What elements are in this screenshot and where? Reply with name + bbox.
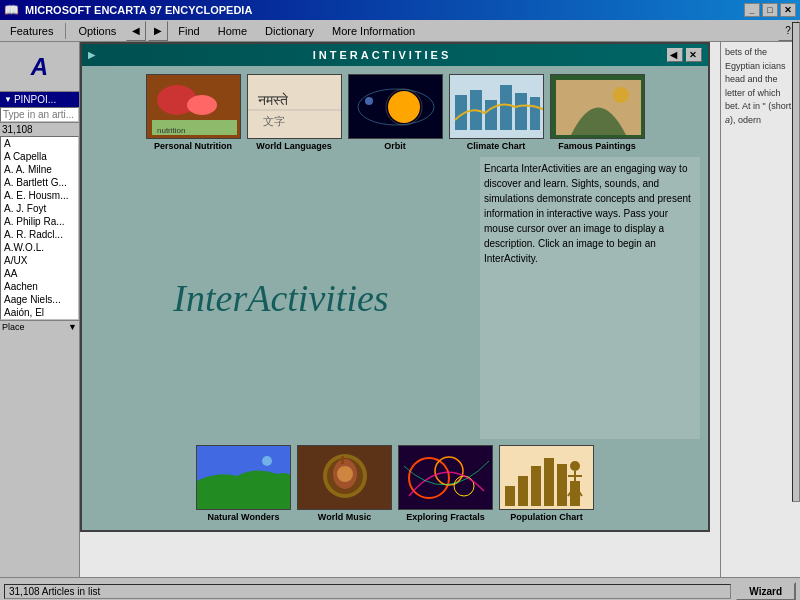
- list-item[interactable]: A. Bartlett G...: [1, 176, 78, 189]
- svg-rect-25: [197, 481, 291, 510]
- bottom-images-row: Natural Wonders: [90, 445, 700, 522]
- svg-text:nutrition: nutrition: [157, 126, 185, 135]
- menu-find[interactable]: Find: [170, 21, 207, 41]
- scrollbar[interactable]: [792, 42, 800, 502]
- svg-rect-39: [518, 476, 528, 506]
- svg-rect-18: [500, 85, 512, 130]
- natural-wonders-thumb: [196, 445, 291, 510]
- ia-item-climate-chart[interactable]: Climate Chart: [449, 74, 544, 151]
- content-panel: ▶ INTERACTIVITIES ◀ ✕: [80, 42, 720, 577]
- menu-features[interactable]: Features: [2, 21, 61, 41]
- status-bar: 31,108 Articles in list Wizard: [0, 577, 800, 600]
- menu-options[interactable]: Options: [70, 21, 124, 41]
- nav-back-button[interactable]: ◀: [126, 21, 146, 41]
- list-item[interactable]: A. E. Housm...: [1, 189, 78, 202]
- app-title: MICROSOFT ENCARTA 97 ENCYCLOPEDIA: [25, 4, 252, 16]
- article-count: 31,108: [0, 122, 79, 136]
- ia-window-title: INTERACTIVITIES: [313, 49, 452, 61]
- list-item[interactable]: AA: [1, 267, 78, 280]
- menu-more-info[interactable]: More Information: [324, 21, 423, 41]
- pinpoint-header: ▼ PINPOI...: [0, 92, 79, 107]
- ia-close-button[interactable]: ✕: [686, 48, 702, 62]
- maximize-button[interactable]: □: [762, 3, 778, 17]
- svg-point-26: [262, 456, 272, 466]
- svg-rect-38: [505, 486, 515, 506]
- svg-point-23: [613, 87, 629, 103]
- list-item[interactable]: A: [1, 137, 78, 150]
- ia-logo-section: InterActivities: [90, 157, 472, 439]
- main-area: A ▼ PINPOI... 31,108 A A Capella A. A. M…: [0, 42, 800, 577]
- famous-paintings-label: Famous Paintings: [558, 141, 636, 151]
- title-bar: 📖 MICROSOFT ENCARTA 97 ENCYCLOPEDIA _ □ …: [0, 0, 800, 20]
- menu-home[interactable]: Home: [210, 21, 255, 41]
- exploring-fractals-thumb: [398, 445, 493, 510]
- ia-content: nutrition Personal Nutrition नमस्ते 文字: [82, 66, 708, 530]
- climate-chart-thumb: [449, 74, 544, 139]
- ia-item-famous-paintings[interactable]: Famous Paintings: [550, 74, 645, 151]
- list-item[interactable]: A.W.O.L.: [1, 241, 78, 254]
- pinpoint-title: PINPOI...: [14, 94, 56, 105]
- interactivities-window: ▶ INTERACTIVITIES ◀ ✕: [80, 42, 710, 532]
- ia-item-world-music[interactable]: World Music: [297, 445, 392, 522]
- list-item[interactable]: A Capella: [1, 150, 78, 163]
- menu-dictionary[interactable]: Dictionary: [257, 21, 322, 41]
- svg-point-2: [187, 95, 217, 115]
- svg-rect-32: [341, 456, 344, 464]
- ia-item-natural-wonders[interactable]: Natural Wonders: [196, 445, 291, 522]
- svg-point-13: [365, 97, 373, 105]
- ia-title-controls: ◀ ✕: [667, 48, 702, 62]
- list-item[interactable]: Aaión, El: [1, 306, 78, 319]
- menu-divider-1: [65, 23, 66, 39]
- orbit-label: Orbit: [384, 141, 406, 151]
- svg-rect-40: [531, 466, 541, 506]
- famous-paintings-thumb: [550, 74, 645, 139]
- population-chart-thumb: [499, 445, 594, 510]
- ia-item-exploring-fractals[interactable]: Exploring Fractals: [398, 445, 493, 522]
- svg-rect-20: [530, 97, 540, 130]
- list-item[interactable]: Aage Niels...: [1, 293, 78, 306]
- svg-rect-17: [485, 100, 497, 130]
- world-music-label: World Music: [318, 512, 371, 522]
- list-item[interactable]: Aachen: [1, 280, 78, 293]
- svg-text:文字: 文字: [263, 115, 285, 127]
- svg-point-31: [337, 466, 353, 482]
- nav-forward-button[interactable]: ▶: [148, 21, 168, 41]
- ia-nav-left-button[interactable]: ◀: [667, 48, 683, 62]
- personal-nutrition-thumb: nutrition: [146, 74, 241, 139]
- svg-point-44: [570, 461, 580, 471]
- list-item[interactable]: A. R. Radcl...: [1, 228, 78, 241]
- text-content: bets of the Egyptian icians head and the…: [725, 46, 796, 127]
- minimize-button[interactable]: _: [744, 3, 760, 17]
- list-item[interactable]: A. Philip Ra...: [1, 215, 78, 228]
- pinpoint-panel: ▼ PINPOI... 31,108 A A Capella A. A. Mil…: [0, 92, 79, 320]
- dropdown-arrow-icon: ▼: [68, 322, 77, 332]
- top-images-row: nutrition Personal Nutrition नमस्ते 文字: [90, 74, 700, 151]
- text-panel: bets of the Egyptian icians head and the…: [720, 42, 800, 577]
- svg-point-10: [388, 91, 420, 123]
- sidebar-logo: A: [0, 42, 79, 92]
- world-languages-label: World Languages: [256, 141, 331, 151]
- list-item[interactable]: A. J. Foyt: [1, 202, 78, 215]
- close-button[interactable]: ✕: [780, 3, 796, 17]
- ia-item-world-languages[interactable]: नमस्ते 文字 World Languages: [247, 74, 342, 151]
- svg-rect-42: [557, 464, 567, 506]
- exploring-fractals-label: Exploring Fractals: [406, 512, 485, 522]
- menu-bar: Features Options ◀ ▶ Find Home Dictionar…: [0, 20, 800, 42]
- list-item[interactable]: A/UX: [1, 254, 78, 267]
- ia-item-orbit[interactable]: Orbit: [348, 74, 443, 151]
- svg-rect-33: [399, 446, 493, 510]
- population-chart-label: Population Chart: [510, 512, 583, 522]
- ia-description: Encarta InterActivities are an engaging …: [480, 157, 700, 439]
- ia-item-personal-nutrition[interactable]: nutrition Personal Nutrition: [146, 74, 241, 151]
- place-dropdown[interactable]: Place ▼: [0, 320, 79, 333]
- wizard-button[interactable]: Wizard: [735, 582, 796, 600]
- list-item[interactable]: A. A. Milne: [1, 163, 78, 176]
- svg-rect-41: [544, 458, 554, 506]
- svg-text:नमस्ते: नमस्ते: [257, 92, 289, 108]
- status-count: 31,108 Articles in list: [4, 584, 731, 599]
- pinpoint-input[interactable]: [0, 107, 79, 122]
- ia-logo-text: InterActivities: [173, 276, 388, 320]
- ia-item-population-chart[interactable]: Population Chart: [499, 445, 594, 522]
- svg-rect-19: [515, 93, 527, 130]
- middle-section: InterActivities Encarta InterActivities …: [90, 157, 700, 439]
